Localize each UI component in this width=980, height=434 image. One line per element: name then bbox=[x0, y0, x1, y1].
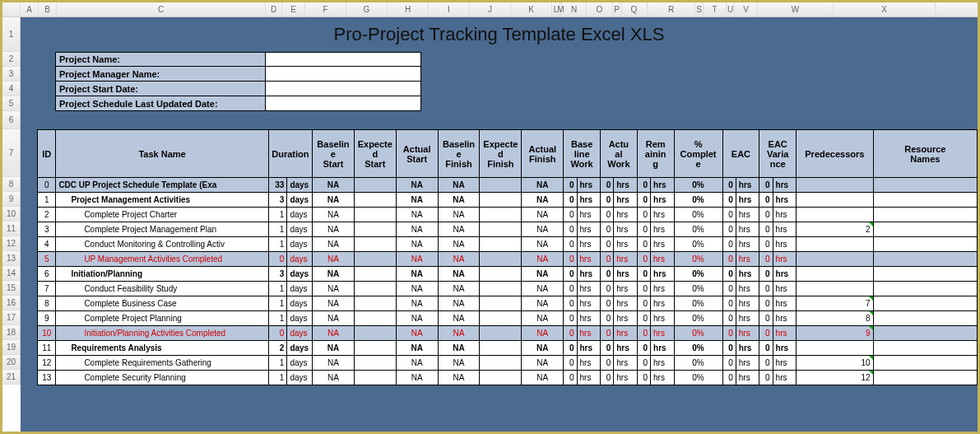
cell-bs[interactable]: NA bbox=[312, 341, 354, 356]
cell-as[interactable]: NA bbox=[396, 237, 438, 252]
cell-task[interactable]: Initiation/Planning Activities Completed bbox=[56, 326, 268, 341]
row-header-21[interactable]: 21 bbox=[2, 370, 21, 385]
cell-pred[interactable]: 2 bbox=[797, 222, 874, 237]
cell-dur-n[interactable]: 3 bbox=[268, 193, 287, 208]
cell-pred[interactable] bbox=[797, 267, 874, 282]
cell-pred[interactable]: 8 bbox=[797, 311, 874, 326]
row-header-14[interactable]: 14 bbox=[2, 266, 21, 281]
cell-aw[interactable]: 0 bbox=[600, 252, 613, 267]
column-header-H[interactable]: H bbox=[388, 2, 429, 16]
cell-as[interactable]: NA bbox=[396, 208, 438, 222]
column-header-W[interactable]: W bbox=[758, 2, 834, 16]
cell-eac[interactable]: 0 bbox=[722, 208, 736, 222]
cell-dur-u[interactable]: days bbox=[287, 208, 313, 222]
cell-aw[interactable]: 0 bbox=[600, 267, 613, 282]
cell-pred[interactable] bbox=[797, 178, 874, 193]
cell-eac[interactable]: 0 bbox=[722, 267, 736, 282]
cell-bw[interactable]: 0 bbox=[564, 252, 577, 267]
cell-dur-u[interactable]: days bbox=[287, 326, 313, 341]
row-header-7[interactable]: 7 bbox=[2, 129, 21, 177]
cell-pred[interactable] bbox=[797, 282, 874, 296]
cell-dur-n[interactable]: 1 bbox=[268, 208, 287, 222]
cell-as[interactable]: NA bbox=[396, 193, 438, 208]
column-header-K[interactable]: K bbox=[511, 2, 552, 16]
cell-ef[interactable] bbox=[480, 341, 522, 356]
cell-evu[interactable]: hrs bbox=[773, 311, 796, 326]
cell-id[interactable]: 12 bbox=[38, 356, 56, 371]
cell-bw[interactable]: 0 bbox=[564, 282, 577, 296]
cell-id[interactable]: 11 bbox=[38, 341, 56, 356]
cell-dur-u[interactable]: days bbox=[287, 252, 313, 267]
cell-awu[interactable]: hrs bbox=[614, 296, 637, 311]
cell-bwu[interactable]: hrs bbox=[577, 208, 600, 222]
table-row[interactable]: 7Conduct Feasibility Study1daysNANANANA0… bbox=[38, 282, 978, 296]
cell-eacu[interactable]: hrs bbox=[736, 237, 759, 252]
cell-ef[interactable] bbox=[480, 356, 522, 371]
table-row[interactable]: 5UP Management Activities Completed0days… bbox=[38, 252, 978, 267]
cell-awu[interactable]: hrs bbox=[614, 371, 637, 385]
col-header-es[interactable]: ExpectedStart bbox=[354, 130, 396, 178]
cell-eac[interactable]: 0 bbox=[722, 193, 736, 208]
cell-res[interactable] bbox=[873, 267, 977, 282]
row-header-20[interactable]: 20 bbox=[2, 355, 21, 370]
cell-es[interactable] bbox=[354, 282, 396, 296]
cell-as[interactable]: NA bbox=[396, 267, 438, 282]
cell-eac[interactable]: 0 bbox=[722, 222, 736, 237]
col-header-eac[interactable]: EAC bbox=[722, 130, 759, 178]
cell-bf[interactable]: NA bbox=[438, 326, 480, 341]
cell-task[interactable]: Complete Security Planning bbox=[56, 371, 268, 385]
cell-id[interactable]: 0 bbox=[38, 178, 56, 193]
meta-value-input[interactable] bbox=[266, 96, 420, 110]
cell-af[interactable]: NA bbox=[522, 311, 564, 326]
cell-res[interactable] bbox=[873, 178, 977, 193]
cell-pc[interactable]: 0% bbox=[674, 267, 722, 282]
col-header-af[interactable]: ActualFinish bbox=[522, 130, 564, 178]
cell-es[interactable] bbox=[354, 371, 396, 385]
cell-ev[interactable]: 0 bbox=[759, 341, 773, 356]
cell-eac[interactable]: 0 bbox=[722, 178, 736, 193]
cell-aw[interactable]: 0 bbox=[600, 282, 613, 296]
column-header-U[interactable]: U bbox=[727, 2, 735, 16]
column-header-C[interactable]: C bbox=[57, 2, 266, 16]
cell-bs[interactable]: NA bbox=[312, 311, 354, 326]
cell-pc[interactable]: 0% bbox=[674, 326, 722, 341]
cell-ef[interactable] bbox=[480, 296, 522, 311]
cell-bs[interactable]: NA bbox=[312, 193, 354, 208]
table-row[interactable]: 13Complete Security Planning1daysNANANAN… bbox=[38, 371, 978, 385]
cell-dur-n[interactable]: 2 bbox=[268, 341, 287, 356]
row-header-8[interactable]: 8 bbox=[2, 177, 21, 192]
row-header-11[interactable]: 11 bbox=[2, 222, 21, 236]
column-header-R[interactable]: R bbox=[648, 2, 695, 16]
cell-ef[interactable] bbox=[480, 267, 522, 282]
row-header-15[interactable]: 15 bbox=[2, 281, 21, 296]
column-header-I[interactable]: I bbox=[429, 2, 470, 16]
cell-es[interactable] bbox=[354, 252, 396, 267]
col-header-pc[interactable]: %Complete bbox=[674, 130, 722, 178]
cell-pred[interactable] bbox=[797, 341, 874, 356]
cell-rem[interactable]: 0 bbox=[637, 237, 650, 252]
cell-pred[interactable]: 12 bbox=[797, 371, 874, 385]
column-header-E[interactable]: E bbox=[282, 2, 305, 16]
cell-res[interactable] bbox=[873, 222, 977, 237]
cell-ef[interactable] bbox=[480, 282, 522, 296]
cell-as[interactable]: NA bbox=[396, 252, 438, 267]
cell-bs[interactable]: NA bbox=[312, 282, 354, 296]
cell-ev[interactable]: 0 bbox=[759, 356, 773, 371]
column-header-D[interactable]: D bbox=[266, 2, 282, 16]
table-row[interactable]: 6Initiation/Planning3daysNANANANA0hrs0hr… bbox=[38, 267, 978, 282]
cell-res[interactable] bbox=[873, 193, 977, 208]
cell-evu[interactable]: hrs bbox=[773, 193, 796, 208]
cell-as[interactable]: NA bbox=[396, 371, 438, 385]
cell-remu[interactable]: hrs bbox=[651, 371, 674, 385]
cell-bwu[interactable]: hrs bbox=[577, 341, 600, 356]
cell-bwu[interactable]: hrs bbox=[577, 296, 600, 311]
cell-ev[interactable]: 0 bbox=[759, 237, 773, 252]
cell-evu[interactable]: hrs bbox=[773, 267, 796, 282]
cell-af[interactable]: NA bbox=[522, 222, 564, 237]
cell-remu[interactable]: hrs bbox=[651, 193, 674, 208]
cell-es[interactable] bbox=[354, 326, 396, 341]
cell-bw[interactable]: 0 bbox=[564, 356, 577, 371]
cell-dur-n[interactable]: 1 bbox=[268, 222, 287, 237]
meta-value-input[interactable] bbox=[266, 67, 420, 81]
cell-evu[interactable]: hrs bbox=[773, 208, 796, 222]
